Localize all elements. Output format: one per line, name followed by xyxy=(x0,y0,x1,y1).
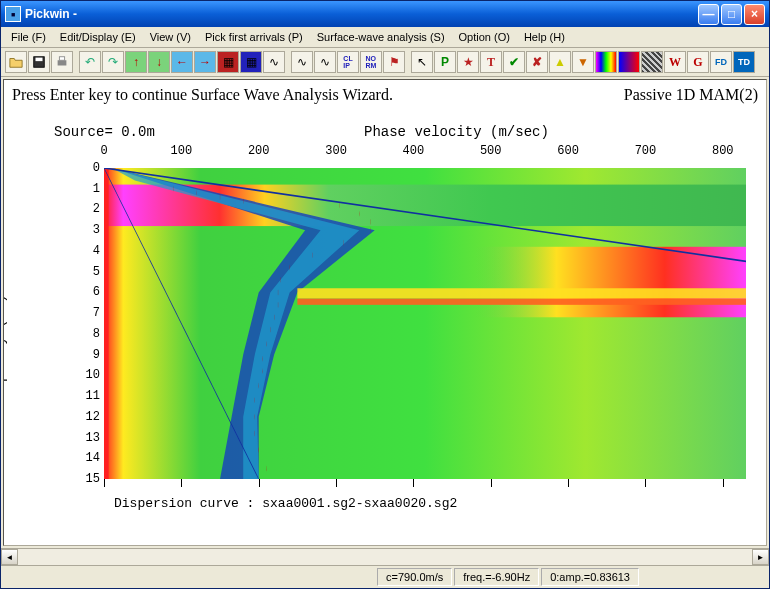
svg-rect-7 xyxy=(475,247,746,317)
scroll-track[interactable] xyxy=(18,549,752,565)
triangle-down-orange-icon[interactable]: ▼ xyxy=(572,51,594,73)
grid-color-icon[interactable]: ▦ xyxy=(217,51,239,73)
fd-icon[interactable]: FD xyxy=(710,51,732,73)
wave-thin-icon[interactable]: ∿ xyxy=(291,51,313,73)
menu-file[interactable]: File (F) xyxy=(5,29,52,45)
status-velocity: c=790.0m/s xyxy=(377,568,452,586)
minimize-button[interactable]: — xyxy=(698,4,719,25)
source-label: Source= 0.0m xyxy=(54,124,155,140)
svg-rect-8 xyxy=(297,288,746,298)
print-icon[interactable] xyxy=(51,51,73,73)
wave-alt-icon[interactable]: ∿ xyxy=(314,51,336,73)
y-tick: 1 xyxy=(70,182,100,196)
x-tick: 400 xyxy=(393,144,433,158)
arrow-left-icon[interactable]: ← xyxy=(171,51,193,73)
close-button[interactable]: × xyxy=(744,4,765,25)
svg-rect-1 xyxy=(36,58,43,62)
status-bar: c=790.0m/s freq.=-6.90Hz 0:amp.=0.83613 xyxy=(1,565,769,588)
norm-icon[interactable]: NORM xyxy=(360,51,382,73)
wizard-prompt: Press Enter key to continue Surface Wave… xyxy=(12,86,393,104)
y-tick: 3 xyxy=(70,223,100,237)
star-icon[interactable]: ★ xyxy=(457,51,479,73)
pick-p-icon[interactable]: P xyxy=(434,51,456,73)
y-axis: 0123456789101112131415 xyxy=(64,168,100,479)
y-tick: 8 xyxy=(70,327,100,341)
y-tick: 5 xyxy=(70,265,100,279)
x-tick: 500 xyxy=(471,144,511,158)
plot-area[interactable]: Source= 0.0m Phase velocity (m/sec) Freq… xyxy=(14,112,756,535)
window-controls: — □ × xyxy=(698,4,765,25)
x-axis-ticks-bottom xyxy=(104,479,746,489)
title-bar: ■ Pickwin - — □ × xyxy=(1,1,769,27)
plot-caption: Dispersion curve : sxaa0001.sg2-sxaa0020… xyxy=(114,496,457,511)
x-tick: 600 xyxy=(548,144,588,158)
palette-rainbow-icon[interactable] xyxy=(595,51,617,73)
menu-help[interactable]: Help (H) xyxy=(518,29,571,45)
grid-resize-icon[interactable]: ▦ xyxy=(240,51,262,73)
arrow-up-icon[interactable]: ↑ xyxy=(125,51,147,73)
check-green-icon[interactable]: ✔ xyxy=(503,51,525,73)
dispersion-heatmap[interactable] xyxy=(104,168,746,479)
status-frequency: freq.=-6.90Hz xyxy=(454,568,539,586)
maximize-button[interactable]: □ xyxy=(721,4,742,25)
letter-g-icon[interactable]: G xyxy=(687,51,709,73)
info-bar: Press Enter key to continue Surface Wave… xyxy=(12,86,758,104)
letter-w-icon[interactable]: W xyxy=(664,51,686,73)
scroll-right-button[interactable]: ► xyxy=(752,549,769,565)
scroll-left-button[interactable]: ◄ xyxy=(1,549,18,565)
analysis-mode: Passive 1D MAM(2) xyxy=(624,86,758,104)
x-tick: 100 xyxy=(161,144,201,158)
app-icon: ■ xyxy=(5,6,21,22)
undo-icon[interactable]: ↶ xyxy=(79,51,101,73)
menu-view[interactable]: View (V) xyxy=(144,29,197,45)
flag-icon[interactable]: ⚑ xyxy=(383,51,405,73)
y-tick: 13 xyxy=(70,431,100,445)
toolbar-divider xyxy=(406,51,410,73)
x-tick: 800 xyxy=(703,144,743,158)
menu-pick-first-arrivals[interactable]: Pick first arrivals (P) xyxy=(199,29,309,45)
horizontal-scrollbar[interactable]: ◄ ► xyxy=(1,548,769,565)
y-tick: 6 xyxy=(70,285,100,299)
y-tick: 9 xyxy=(70,348,100,362)
y-axis-label: Frequency (Hz) xyxy=(3,294,8,412)
hatch-icon[interactable] xyxy=(641,51,663,73)
x-tick: 0 xyxy=(84,144,124,158)
y-tick: 15 xyxy=(70,472,100,486)
x-tick: 700 xyxy=(625,144,665,158)
status-amplitude: 0:amp.=0.83613 xyxy=(541,568,639,586)
svg-rect-3 xyxy=(59,57,64,61)
x-axis: 0100200300400500600700800 xyxy=(104,144,746,162)
open-icon[interactable] xyxy=(5,51,27,73)
menu-bar: File (F) Edit/Display (E) View (V) Pick … xyxy=(1,27,769,48)
menu-surface-wave-analysis[interactable]: Surface-wave analysis (S) xyxy=(311,29,451,45)
y-tick: 2 xyxy=(70,202,100,216)
menu-option[interactable]: Option (O) xyxy=(453,29,516,45)
redo-icon[interactable]: ↷ xyxy=(102,51,124,73)
y-tick: 14 xyxy=(70,451,100,465)
content-pane: Press Enter key to continue Surface Wave… xyxy=(3,79,767,546)
toolbar: ↶ ↷ ↑ ↓ ← → ▦ ▦ ∿ ∿ ∿ CLIP NORM ⚑ ↖ P ★ … xyxy=(1,48,769,77)
x-tick: 200 xyxy=(239,144,279,158)
svg-rect-9 xyxy=(297,299,746,305)
toolbar-divider xyxy=(286,51,290,73)
svg-rect-2 xyxy=(58,60,67,65)
gradient-icon[interactable] xyxy=(618,51,640,73)
triangle-up-yellow-icon[interactable]: ▲ xyxy=(549,51,571,73)
clip-icon[interactable]: CLIP xyxy=(337,51,359,73)
td-icon[interactable]: TD xyxy=(733,51,755,73)
y-tick: 4 xyxy=(70,244,100,258)
x-red-icon[interactable]: ✘ xyxy=(526,51,548,73)
svg-rect-6 xyxy=(104,168,109,479)
y-tick: 10 xyxy=(70,368,100,382)
y-tick: 0 xyxy=(70,161,100,175)
y-tick: 11 xyxy=(70,389,100,403)
arrow-down-icon[interactable]: ↓ xyxy=(148,51,170,73)
toolbar-divider xyxy=(74,51,78,73)
save-icon[interactable] xyxy=(28,51,50,73)
menu-edit-display[interactable]: Edit/Display (E) xyxy=(54,29,142,45)
arrow-right-icon[interactable]: → xyxy=(194,51,216,73)
text-t-icon[interactable]: T xyxy=(480,51,502,73)
cursor-icon[interactable]: ↖ xyxy=(411,51,433,73)
y-tick: 12 xyxy=(70,410,100,424)
wave-icon[interactable]: ∿ xyxy=(263,51,285,73)
